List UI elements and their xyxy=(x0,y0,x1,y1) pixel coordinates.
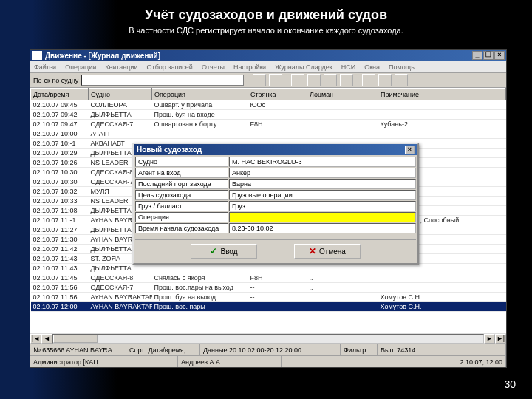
restore-button[interactable]: ❐ xyxy=(483,51,494,60)
col-datetime[interactable]: Дата/время xyxy=(31,89,89,100)
search-input[interactable] xyxy=(81,75,244,86)
menu-nsi[interactable]: НСИ xyxy=(339,64,358,71)
menu-reports[interactable]: Отчеты xyxy=(200,64,227,71)
toolbar-button[interactable] xyxy=(291,74,304,86)
table-row[interactable]: 02.10.07 11:45ОДЕССКАЯ-8Снялась с якоряF… xyxy=(31,273,506,283)
dialog-field-label: Операция xyxy=(135,212,228,222)
toolbar-button[interactable] xyxy=(378,74,392,86)
menu-operations[interactable]: Операции xyxy=(63,64,98,71)
cell: СОЛЛЕОРА xyxy=(89,100,152,110)
dialog-cancel-button[interactable]: ✕Отмена xyxy=(294,244,361,259)
cell: 02.10.07 10:33 xyxy=(31,197,89,206)
cell: -- xyxy=(248,293,307,302)
cell xyxy=(307,302,378,312)
toolbar-button[interactable] xyxy=(324,74,337,86)
status-user: Администратор [КАЦ xyxy=(30,356,178,367)
status-time: 2.10.07, 12:00 xyxy=(282,356,506,367)
dialog-field-input[interactable]: Грузовые операции xyxy=(229,190,416,200)
scroll-first-button[interactable]: |◄ xyxy=(30,334,41,344)
table-row[interactable]: 02.10.07 11:56ОДЕССКАЯ-7Прош. вос.пары н… xyxy=(31,283,506,293)
col-ship[interactable]: Судно xyxy=(89,89,152,100)
menu-filter[interactable]: Отбор записей xyxy=(145,64,195,71)
close-button[interactable]: × xyxy=(494,51,505,60)
cell: 02.10.07 10:-1 xyxy=(31,139,89,149)
cell: 02.10.07 10:26 xyxy=(31,158,89,168)
cell xyxy=(378,283,506,293)
cell: 02.10.07 11:08 xyxy=(31,206,89,216)
scroll-track[interactable] xyxy=(52,334,484,344)
toolbar-button[interactable] xyxy=(340,74,353,86)
dialog-field-label: Цель судозахода xyxy=(135,190,228,200)
cell xyxy=(152,129,248,139)
dialog-close-button[interactable]: × xyxy=(405,146,415,154)
dialog-field-input[interactable]: Варна xyxy=(229,179,416,189)
cell: 02.10.07 09:42 xyxy=(31,110,89,120)
toolbar-button[interactable] xyxy=(269,74,282,86)
cell xyxy=(152,264,248,273)
dialog-titlebar: Новый судозаход × xyxy=(134,144,417,155)
table-row[interactable]: 02.10.07 09:45СОЛЛЕОРАОшварт. у причалаЮ… xyxy=(31,100,506,110)
dialog-field-label: Время начала судозахода xyxy=(135,223,228,233)
menu-journals[interactable]: Журналы Слардек xyxy=(273,64,335,71)
cell: Прош. вос. пары xyxy=(152,302,248,312)
cell: АЧАТТ xyxy=(89,129,152,139)
dialog-field-input[interactable]: 8.23-30 10.02 xyxy=(229,223,416,233)
cell: ДЫЛФЬЕТТА xyxy=(89,264,152,273)
menu-settings[interactable]: Настройки xyxy=(231,64,268,71)
cell: -- xyxy=(248,283,307,293)
toolbar-button[interactable] xyxy=(253,74,266,86)
cell: 02.10.07 10:30 xyxy=(31,177,89,187)
toolbar-button[interactable] xyxy=(362,74,375,86)
cell xyxy=(307,110,378,120)
table-row[interactable]: 02.10.07 11:56AYHAN BAYRAKTARПрош. буя н… xyxy=(31,293,506,302)
cell: Прош. вос.пары на выход xyxy=(152,283,248,293)
dialog-field-label: Последний порт захода xyxy=(135,179,228,189)
cell: .. xyxy=(307,273,378,283)
dialog-field-input[interactable]: Анкер xyxy=(229,168,416,178)
dialog-field-input[interactable]: Груз xyxy=(229,201,416,211)
table-row[interactable]: 02.10.07 09:47ОДЕССКАЯ-7Ошвартован к бор… xyxy=(31,120,506,129)
table-row[interactable]: 02.10.07 12:00AYHAN BAYRAKTARПрош. вос. … xyxy=(31,302,506,312)
cell xyxy=(307,293,378,302)
menubar: Файл-и Операции Квитанции Отбор записей … xyxy=(30,61,506,73)
table-row[interactable]: 02.10.07 11:43ДЫЛФЬЕТТА xyxy=(31,264,506,273)
dialog-title: Новый судозаход xyxy=(137,146,202,154)
status-sort: Сорт: Дата/время; xyxy=(126,344,200,355)
data-grid[interactable]: Дата/время Судно Операция Стоянка Лоцман… xyxy=(30,88,506,332)
cell: Хомутов С.Н. xyxy=(378,302,506,312)
menu-windows[interactable]: Окна xyxy=(362,64,382,71)
col-berth[interactable]: Стоянка xyxy=(248,89,307,100)
col-operation[interactable]: Операция xyxy=(152,89,248,100)
cell: 02.10.07 09:47 xyxy=(31,120,89,129)
menu-file[interactable]: Файл-и xyxy=(32,64,58,71)
menu-help[interactable]: Помощь xyxy=(386,64,417,71)
cell: Прош. буя на входе xyxy=(152,110,248,120)
horizontal-scrollbar[interactable]: |◄ ◄ ► ►| xyxy=(30,332,506,344)
status-name: Андреев А.А xyxy=(178,356,282,367)
scroll-last-button[interactable]: ►| xyxy=(495,334,506,344)
dialog-field-input[interactable] xyxy=(229,212,416,222)
cell: 02.10.07 10:00 xyxy=(31,129,89,139)
toolbar-button[interactable] xyxy=(395,74,408,86)
minimize-button[interactable]: _ xyxy=(472,51,482,60)
cell: 02.10.07 11:43 xyxy=(31,254,89,264)
dialog-ok-button[interactable]: ✓Ввод xyxy=(191,244,257,259)
dialog-field-label: Судно xyxy=(135,157,228,167)
cell: ЮОс xyxy=(248,100,307,110)
cell: Хомутов С.Н. xyxy=(378,293,506,302)
scroll-left-button[interactable]: ◄ xyxy=(41,334,52,344)
col-note[interactable]: Примечание xyxy=(378,89,506,100)
dialog-field-label: Агент на вход xyxy=(135,168,228,178)
col-pilot[interactable]: Лоцман xyxy=(307,89,378,100)
dialog-field-input[interactable]: M. HAC BEKIROGLU-3 xyxy=(229,157,416,167)
toolbar-button[interactable] xyxy=(307,74,321,86)
table-row[interactable]: 02.10.07 09:42ДЫЛФЬЕТТАПрош. буя на вход… xyxy=(31,110,506,120)
statusbar-2: Администратор [КАЦ Андреев А.А 2.10.07, … xyxy=(30,355,506,367)
new-call-dialog: Новый судозаход × СудноM. HAC BEKIROGLU-… xyxy=(132,143,419,265)
cell xyxy=(307,100,378,110)
table-row[interactable]: 02.10.07 10:00АЧАТТ xyxy=(31,129,506,139)
scroll-right-button[interactable]: ► xyxy=(484,334,495,344)
menu-receipts[interactable]: Квитанции xyxy=(103,64,140,71)
scroll-thumb[interactable] xyxy=(53,335,98,343)
cell: Снялась с якоря xyxy=(152,273,248,283)
